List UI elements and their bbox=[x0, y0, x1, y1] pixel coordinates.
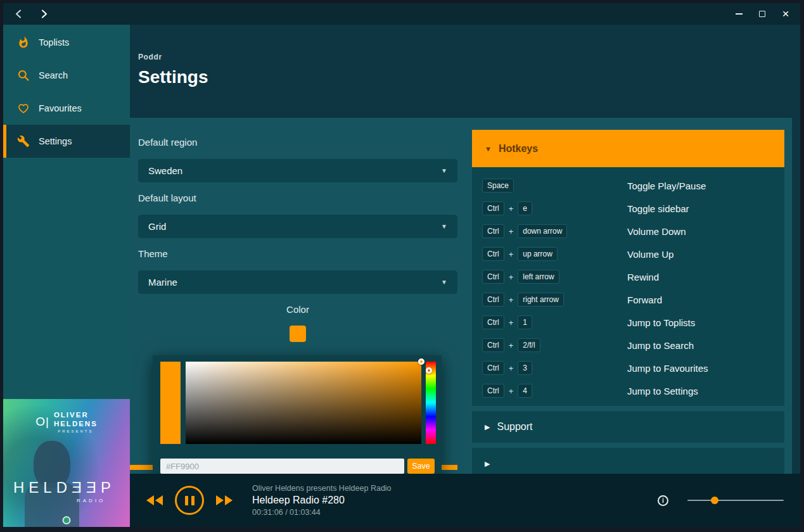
key-badge: Ctrl bbox=[482, 224, 504, 238]
hotkey-keys: Ctrl+up arrow bbox=[482, 247, 627, 261]
sidebar-item-label: Settings bbox=[39, 136, 72, 146]
plus-separator: + bbox=[509, 386, 514, 396]
pause-button[interactable] bbox=[175, 486, 204, 515]
page-title: Settings bbox=[138, 67, 800, 87]
album-artist-name: OLIVER HELDENS PRESENTS bbox=[54, 410, 98, 433]
field-label-layout: Default layout bbox=[138, 193, 457, 203]
tools-icon bbox=[17, 135, 30, 148]
hotkey-action: Rewind bbox=[627, 272, 659, 282]
album-artist-line1: OLIVER bbox=[54, 410, 98, 419]
settings-form: Default region Sweden ▼ Default layout G… bbox=[138, 137, 457, 342]
maximize-button[interactable] bbox=[758, 10, 767, 18]
hotkey-action: Volume Down bbox=[627, 226, 686, 237]
sidebar-item-search[interactable]: Search bbox=[3, 59, 130, 92]
content-area: Default region Sweden ▼ Default layout G… bbox=[130, 118, 800, 474]
key-badge: left arrow bbox=[518, 270, 559, 284]
hotkeys-accordion-header[interactable]: ▼ Hotkeys bbox=[472, 130, 784, 167]
hotkey-action: Volume Up bbox=[627, 249, 673, 260]
key-badge: e bbox=[518, 201, 532, 215]
key-badge: Ctrl bbox=[482, 293, 504, 307]
key-badge: right arrow bbox=[518, 293, 564, 307]
hotkey-row: Ctrl+e Toggle sidebar bbox=[472, 197, 784, 220]
hotkey-row: Ctrl+1 Jump to Toplists bbox=[472, 311, 784, 334]
sidebar-item-toplists[interactable]: Toplists bbox=[3, 26, 130, 59]
region-select-value: Sweden bbox=[148, 165, 182, 176]
layout-select[interactable]: Grid ▼ bbox=[138, 215, 457, 238]
caret-right-icon: ▶ bbox=[485, 423, 490, 431]
key-badge: up arrow bbox=[518, 247, 558, 261]
theme-select[interactable]: Marine ▼ bbox=[138, 270, 457, 294]
rewind-icon bbox=[146, 495, 163, 506]
key-badge: 1 bbox=[518, 315, 532, 329]
plus-separator: + bbox=[509, 204, 514, 213]
nav-arrows bbox=[14, 9, 49, 19]
hotkey-action: Toggle Play/Pause bbox=[627, 180, 706, 191]
hotkey-action: Forward bbox=[627, 294, 662, 305]
minimize-button[interactable] bbox=[734, 10, 743, 18]
hotkey-action: Jump to Toplists bbox=[627, 317, 695, 328]
volume-knob[interactable] bbox=[711, 497, 718, 504]
fast-forward-button[interactable] bbox=[215, 495, 233, 506]
player-right-controls: i bbox=[658, 495, 800, 506]
plus-separator: + bbox=[509, 272, 514, 282]
hotkey-keys: Ctrl+down arrow bbox=[482, 224, 627, 238]
accordion-header-partial[interactable]: ▶ bbox=[472, 448, 784, 474]
hotkey-row: Space Toggle Play/Pause bbox=[472, 174, 784, 197]
hotkey-row: Ctrl+left arrow Rewind bbox=[472, 265, 784, 288]
hotkey-row: Ctrl+3 Jump to Favourites bbox=[472, 357, 784, 379]
hotkey-row: Ctrl+up arrow Volume Up bbox=[472, 243, 784, 265]
region-select[interactable]: Sweden ▼ bbox=[138, 159, 457, 182]
chevron-down-icon: ▼ bbox=[441, 223, 447, 230]
now-playing-info: Oliver Heldens presents Heldeep Radio He… bbox=[252, 484, 392, 517]
caret-right-icon: ▶ bbox=[485, 460, 490, 468]
key-badge: 3 bbox=[518, 361, 532, 375]
hotkey-keys: Ctrl+4 bbox=[482, 384, 627, 398]
album-monogram: O| bbox=[35, 415, 49, 429]
fast-forward-icon bbox=[215, 495, 233, 506]
main-column: Poddr Settings Default region Sweden ▼ D… bbox=[130, 25, 800, 527]
pause-icon-bar bbox=[191, 496, 195, 505]
left-column: Toplists Search Favourites Settings O| bbox=[3, 25, 130, 527]
player-bar: Oliver Heldens presents Heldeep Radio He… bbox=[130, 474, 800, 527]
app-name: Poddr bbox=[138, 53, 800, 61]
sidebar-item-favourites[interactable]: Favourites bbox=[3, 92, 130, 125]
key-badge: Ctrl bbox=[482, 247, 504, 261]
window-controls: × bbox=[734, 10, 790, 18]
app-window: × Toplists Search Favourites bbox=[3, 3, 800, 527]
hotkey-keys: Ctrl+1 bbox=[482, 315, 627, 329]
chevron-down-icon: ▼ bbox=[441, 167, 447, 174]
hotkey-action: Jump to Settings bbox=[627, 386, 698, 396]
info-icon[interactable]: i bbox=[658, 495, 668, 506]
back-button[interactable] bbox=[14, 9, 24, 19]
sidebar-item-label: Toplists bbox=[39, 37, 69, 48]
hue-slider[interactable] bbox=[426, 362, 436, 444]
chevron-right-icon bbox=[39, 9, 49, 19]
hotkeys-title: Hotkeys bbox=[499, 143, 538, 155]
rewind-button[interactable] bbox=[146, 495, 163, 506]
hex-color-input[interactable] bbox=[160, 459, 404, 474]
caret-down-icon: ▼ bbox=[485, 145, 492, 153]
support-accordion-header[interactable]: ▶ Support bbox=[472, 411, 784, 443]
color-label: Color bbox=[138, 304, 457, 315]
sidebar-item-settings[interactable]: Settings bbox=[3, 125, 130, 158]
key-badge: Ctrl bbox=[482, 315, 504, 329]
key-badge: Ctrl bbox=[482, 384, 504, 398]
forward-button[interactable] bbox=[39, 9, 49, 19]
volume-slider[interactable] bbox=[687, 500, 784, 501]
chevron-left-icon bbox=[14, 9, 24, 19]
heart-icon bbox=[17, 102, 30, 115]
hotkey-row: Ctrl+2/f/l Jump to Search bbox=[472, 334, 784, 357]
album-presents: PRESENTS bbox=[54, 429, 98, 433]
key-badge: 2/f/l bbox=[518, 338, 540, 352]
saturation-handle[interactable] bbox=[418, 358, 424, 365]
hotkey-keys: Ctrl+right arrow bbox=[482, 293, 627, 307]
hotkey-row: Ctrl+right arrow Forward bbox=[472, 288, 784, 311]
close-button[interactable]: × bbox=[781, 10, 790, 18]
hotkeys-list: Space Toggle Play/Pause Ctrl+e Toggle si… bbox=[472, 167, 784, 406]
save-color-button[interactable]: Save bbox=[407, 459, 435, 474]
hotkey-row: Ctrl+down arrow Volume Down bbox=[472, 220, 784, 243]
saturation-lightness-area[interactable] bbox=[186, 362, 421, 444]
color-swatch[interactable] bbox=[290, 326, 306, 342]
hue-handle[interactable] bbox=[426, 367, 432, 374]
search-icon bbox=[17, 69, 30, 82]
